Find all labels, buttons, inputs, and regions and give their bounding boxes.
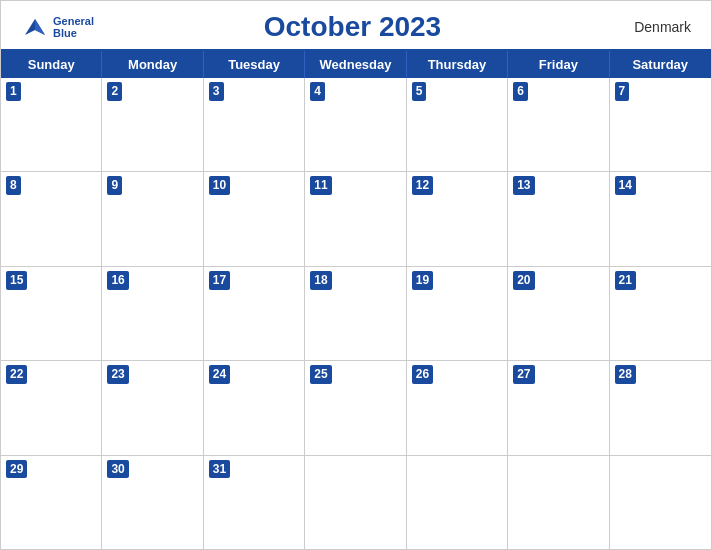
weeks-container: 1234567891011121314151617181920212223242… [1,78,711,549]
day-number: 5 [412,82,427,101]
day-number: 29 [6,460,27,479]
day-cell: 1 [1,78,102,171]
day-cell: 19 [407,267,508,360]
logo-text: General Blue [53,15,94,39]
day-number: 2 [107,82,122,101]
day-cell: 29 [1,456,102,549]
day-number: 31 [209,460,230,479]
week-row-4: 22232425262728 [1,361,711,455]
day-number: 7 [615,82,630,101]
logo-bird-icon [21,17,49,37]
day-number: 21 [615,271,636,290]
day-cell: 11 [305,172,406,265]
day-number: 28 [615,365,636,384]
logo-blue: Blue [53,27,94,39]
day-number: 10 [209,176,230,195]
day-cell: 20 [508,267,609,360]
day-headers: SundayMondayTuesdayWednesdayThursdayFrid… [1,51,711,78]
day-number: 17 [209,271,230,290]
day-cell: 16 [102,267,203,360]
day-cell: 14 [610,172,711,265]
calendar-header: General Blue October 2023 Denmark [1,1,711,49]
day-cell [407,456,508,549]
day-number: 14 [615,176,636,195]
day-cell [508,456,609,549]
day-cell: 17 [204,267,305,360]
day-header-thursday: Thursday [407,51,508,78]
day-number: 23 [107,365,128,384]
day-header-sunday: Sunday [1,51,102,78]
calendar-grid: SundayMondayTuesdayWednesdayThursdayFrid… [1,49,711,549]
day-cell: 28 [610,361,711,454]
day-header-monday: Monday [102,51,203,78]
day-cell: 15 [1,267,102,360]
day-cell: 12 [407,172,508,265]
day-number: 8 [6,176,21,195]
day-number: 25 [310,365,331,384]
day-number: 13 [513,176,534,195]
day-cell: 5 [407,78,508,171]
day-cell: 7 [610,78,711,171]
day-header-saturday: Saturday [610,51,711,78]
week-row-2: 891011121314 [1,172,711,266]
day-number: 26 [412,365,433,384]
day-cell: 4 [305,78,406,171]
day-number: 3 [209,82,224,101]
week-row-1: 1234567 [1,78,711,172]
day-cell: 8 [1,172,102,265]
day-cell: 13 [508,172,609,265]
day-cell: 23 [102,361,203,454]
day-number: 20 [513,271,534,290]
day-cell: 21 [610,267,711,360]
day-cell: 10 [204,172,305,265]
day-cell: 30 [102,456,203,549]
svg-marker-1 [35,19,45,35]
day-number: 6 [513,82,528,101]
country-label: Denmark [611,19,691,35]
day-number: 27 [513,365,534,384]
month-title: October 2023 [94,11,611,43]
week-row-3: 15161718192021 [1,267,711,361]
day-cell: 9 [102,172,203,265]
day-number: 30 [107,460,128,479]
day-number: 9 [107,176,122,195]
day-number: 18 [310,271,331,290]
day-number: 19 [412,271,433,290]
calendar-container: General Blue October 2023 Denmark Sunday… [0,0,712,550]
logo-area: General Blue [21,15,94,39]
day-cell: 24 [204,361,305,454]
day-cell: 3 [204,78,305,171]
day-number: 22 [6,365,27,384]
day-number: 16 [107,271,128,290]
day-cell [610,456,711,549]
day-number: 11 [310,176,331,195]
week-row-5: 293031 [1,456,711,549]
day-number: 12 [412,176,433,195]
day-cell: 22 [1,361,102,454]
day-header-friday: Friday [508,51,609,78]
logo-general: General [53,15,94,27]
day-cell: 25 [305,361,406,454]
day-cell: 6 [508,78,609,171]
day-cell: 2 [102,78,203,171]
day-number: 15 [6,271,27,290]
day-number: 1 [6,82,21,101]
day-cell: 26 [407,361,508,454]
day-header-wednesday: Wednesday [305,51,406,78]
day-number: 4 [310,82,325,101]
day-header-tuesday: Tuesday [204,51,305,78]
day-cell: 18 [305,267,406,360]
day-cell [305,456,406,549]
day-number: 24 [209,365,230,384]
day-cell: 27 [508,361,609,454]
day-cell: 31 [204,456,305,549]
